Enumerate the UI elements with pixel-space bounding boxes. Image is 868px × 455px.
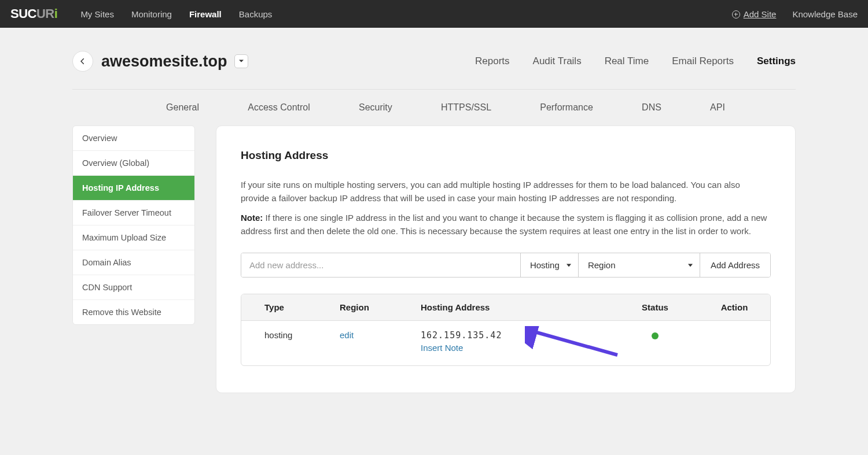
subtab-dns[interactable]: DNS (642, 102, 661, 113)
subtab-api[interactable]: API (710, 102, 725, 113)
sidebar-item-hosting-ip[interactable]: Hosting IP Address (73, 176, 194, 201)
page-header: awesomesite.top Reports Audit Trails Rea… (72, 51, 796, 90)
edit-region-link[interactable]: edit (340, 330, 354, 340)
nav-firewall[interactable]: Firewall (189, 9, 222, 19)
subtab-general[interactable]: General (166, 102, 199, 113)
site-selector-dropdown[interactable] (234, 54, 248, 68)
ip-address-text: 162.159.135.42 (421, 330, 612, 341)
page-tabs: Reports Audit Trails Real Time Email Rep… (475, 56, 796, 67)
arrow-left-icon (79, 57, 87, 65)
sidebar-item-cdn-support[interactable]: CDN Support (73, 275, 194, 300)
tab-settings[interactable]: Settings (757, 56, 796, 67)
add-address-row: Hosting Region Add Address (241, 253, 771, 278)
th-type: Type (241, 302, 340, 312)
panel-heading: Hosting Address (241, 149, 771, 162)
settings-subtabs: General Access Control Security HTTPS/SS… (72, 90, 796, 125)
cell-type: hosting (241, 330, 340, 340)
th-status: Status (612, 302, 698, 312)
back-button[interactable] (72, 51, 93, 72)
subtab-https-ssl[interactable]: HTTPS/SSL (441, 102, 491, 113)
settings-sidebar: Overview Overview (Global) Hosting IP Ad… (72, 125, 195, 325)
site-title: awesomesite.top (101, 53, 227, 71)
plus-icon (732, 10, 740, 19)
body-row: Overview Overview (Global) Hosting IP Ad… (72, 125, 796, 393)
note-label: Note: (241, 213, 263, 223)
topnav-right: Add Site Knowledge Base (732, 9, 858, 19)
region-select[interactable]: Region (578, 253, 700, 277)
cell-address: 162.159.135.42 Insert Note (421, 330, 612, 353)
subtab-performance[interactable]: Performance (540, 102, 593, 113)
knowledge-base-link[interactable]: Knowledge Base (792, 9, 858, 19)
nav-backups[interactable]: Backups (239, 9, 273, 19)
table-header: Type Region Hosting Address Status Actio… (241, 294, 770, 321)
type-select[interactable]: Hosting (520, 253, 578, 277)
th-action: Action (698, 302, 770, 312)
cell-status (612, 330, 698, 341)
chevron-down-icon (239, 59, 244, 64)
th-address: Hosting Address (421, 302, 612, 312)
panel-description: If your site runs on multiple hosting se… (241, 178, 771, 205)
tab-audit-trails[interactable]: Audit Trails (533, 56, 582, 67)
logo: SUCURi (10, 6, 57, 21)
tab-real-time[interactable]: Real Time (605, 56, 649, 67)
cell-region: edit (340, 330, 421, 340)
th-region: Region (340, 302, 421, 312)
sidebar-item-upload-size[interactable]: Maximum Upload Size (73, 225, 194, 250)
address-input[interactable] (241, 253, 520, 277)
nav-monitoring[interactable]: Monitoring (131, 9, 172, 19)
page-container: awesomesite.top Reports Audit Trails Rea… (72, 28, 796, 393)
status-dot-icon (652, 332, 659, 339)
add-site-link[interactable]: Add Site (732, 9, 777, 19)
sidebar-item-failover[interactable]: Failover Server Timeout (73, 201, 194, 225)
note-text: If there is one single IP address in the… (241, 213, 767, 236)
tab-reports[interactable]: Reports (475, 56, 510, 67)
subtab-access-control[interactable]: Access Control (248, 102, 310, 113)
table-row: hosting edit 162.159.135.42 Insert Note (241, 321, 770, 365)
sidebar-item-remove-website[interactable]: Remove this Website (73, 300, 194, 324)
top-nav: SUCURi My Sites Monitoring Firewall Back… (0, 0, 868, 28)
panel-note: Note: If there is one single IP address … (241, 211, 771, 238)
tab-email-reports[interactable]: Email Reports (672, 56, 734, 67)
topnav-links: My Sites Monitoring Firewall Backups (80, 9, 272, 19)
hosting-table: Type Region Hosting Address Status Actio… (241, 294, 771, 366)
nav-my-sites[interactable]: My Sites (80, 9, 114, 19)
sidebar-item-domain-alias[interactable]: Domain Alias (73, 250, 194, 275)
add-address-button[interactable]: Add Address (700, 253, 770, 277)
subtab-security[interactable]: Security (359, 102, 392, 113)
main-panel: Hosting Address If your site runs on mul… (216, 125, 796, 393)
insert-note-link[interactable]: Insert Note (421, 343, 463, 353)
sidebar-item-overview[interactable]: Overview (73, 126, 194, 151)
sidebar-item-overview-global[interactable]: Overview (Global) (73, 151, 194, 176)
